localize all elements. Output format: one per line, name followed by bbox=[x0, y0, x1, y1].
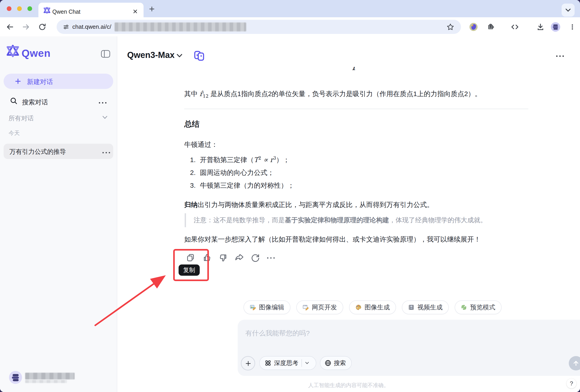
model-compare-icon[interactable] bbox=[193, 50, 205, 62]
chip-label: 预览模式 bbox=[470, 303, 495, 312]
arrow-up-icon bbox=[572, 360, 580, 367]
message-more-icon[interactable] bbox=[265, 251, 277, 264]
globe-icon bbox=[324, 359, 332, 367]
url-text: chat.qwen.ai/c/ bbox=[72, 23, 111, 30]
deep-thinking-toggle[interactable]: 深度思考 bbox=[259, 356, 316, 370]
tab-strip: Qwen Chat bbox=[0, 0, 580, 17]
note-blockquote: 注意：这不是纯数学推导，而是基于实验定律和物理原理的理论构建，体现了经典物理学的… bbox=[185, 213, 487, 227]
browser-menu-icon[interactable] bbox=[567, 17, 578, 36]
forward-button[interactable] bbox=[21, 17, 31, 36]
today-section-label: 今天 bbox=[8, 129, 20, 137]
summary-heading: 总结 bbox=[184, 119, 199, 129]
chevron-down-icon bbox=[565, 8, 571, 12]
downloads-icon[interactable] bbox=[535, 17, 546, 36]
url-redaction bbox=[115, 22, 246, 31]
regenerate-button[interactable] bbox=[249, 251, 262, 264]
browser-toolbar: chat.qwen.ai/c/ bbox=[0, 17, 580, 36]
chip-label: 视频生成 bbox=[417, 303, 442, 312]
all-chats-label[interactable]: 所有对话 bbox=[8, 114, 34, 123]
user-avatar bbox=[9, 371, 22, 384]
new-tab-icon[interactable] bbox=[148, 5, 155, 12]
paragraph-unit-vector: 其中 r̂12 是从质点1指向质点2的单位矢量，负号表示力是吸引力（作用在质点1… bbox=[184, 89, 528, 101]
composer[interactable]: 有什么我能帮您的吗? 深度思考 bbox=[238, 320, 580, 376]
search-icon bbox=[10, 97, 17, 105]
qwen-favicon-icon bbox=[43, 7, 51, 14]
site-settings-icon[interactable] bbox=[62, 23, 70, 30]
chip-label: 图像生成 bbox=[365, 303, 390, 312]
formula-fragment: r2 bbox=[184, 67, 528, 75]
suggestion-chips: 图像编辑 网页开发 bbox=[244, 300, 502, 314]
chip-image-edit[interactable]: 图像编辑 bbox=[244, 300, 290, 314]
conversation-more-icon[interactable] bbox=[102, 150, 111, 154]
image-edit-icon bbox=[250, 304, 256, 310]
qwen-logo-icon bbox=[6, 44, 19, 57]
chat-more-icon[interactable] bbox=[555, 54, 565, 58]
conversation-title: 万有引力公式的推导 bbox=[9, 148, 66, 156]
qwen-app: Qwen 新建对话 搜索对话 所有对话 bbox=[0, 36, 580, 392]
chip-web-dev[interactable]: 网页开发 bbox=[296, 300, 343, 314]
chip-label: 网页开发 bbox=[312, 303, 337, 312]
ai-disclaimer: 人工智能生成的内容可能不准确。 bbox=[117, 382, 580, 389]
tab-close-icon[interactable] bbox=[132, 8, 138, 14]
deep-thinking-label: 深度思考 bbox=[274, 359, 298, 367]
share-button[interactable] bbox=[233, 251, 245, 264]
thumbs-down-button[interactable] bbox=[217, 251, 230, 264]
search-more-icon[interactable] bbox=[98, 100, 107, 105]
model-selector[interactable]: Qwen3-Max bbox=[127, 50, 174, 60]
sidebar: Qwen 新建对话 搜索对话 所有对话 bbox=[0, 36, 117, 392]
traffic-light-zoom[interactable] bbox=[27, 6, 32, 11]
extensions-puzzle-icon[interactable] bbox=[485, 17, 496, 36]
section-divider bbox=[184, 109, 528, 109]
chip-label: 图像编辑 bbox=[259, 303, 284, 312]
list-item-3: 3.牛顿第三定律（力的对称性）； bbox=[190, 181, 294, 190]
devtools-code-icon[interactable] bbox=[509, 17, 520, 36]
send-button[interactable] bbox=[569, 356, 580, 371]
new-chat-button[interactable]: 新建对话 bbox=[3, 74, 113, 89]
collapse-sidebar-icon[interactable] bbox=[101, 49, 111, 58]
chevron-down-icon[interactable] bbox=[305, 361, 309, 365]
list-item-1: 1.开普勒第三定律（T2 ∝ r3）； bbox=[190, 155, 290, 165]
help-button[interactable]: ? bbox=[567, 379, 577, 389]
brand-wordmark: Qwen bbox=[21, 47, 51, 59]
plus-icon bbox=[14, 78, 21, 85]
copy-tooltip: 复制 bbox=[179, 265, 200, 276]
tab-title: Qwen Chat bbox=[52, 8, 80, 15]
web-dev-icon bbox=[302, 304, 309, 310]
search-chats-row[interactable]: 搜索对话 bbox=[0, 95, 117, 109]
web-search-label: 搜索 bbox=[334, 359, 346, 367]
puzzle-piece-icon bbox=[461, 304, 467, 310]
profile-avatar[interactable] bbox=[551, 22, 560, 32]
chip-preview-mode[interactable]: 预览模式 bbox=[455, 300, 502, 314]
summary-intro: 牛顿通过： bbox=[184, 139, 218, 150]
film-strip-icon bbox=[408, 304, 415, 310]
back-button[interactable] bbox=[4, 17, 15, 36]
url-bar[interactable]: chat.qwen.ai/c/ bbox=[57, 20, 461, 34]
chip-video-gen[interactable]: 视频生成 bbox=[402, 300, 449, 314]
composer-placeholder: 有什么我能帮您的吗? bbox=[245, 329, 310, 338]
reload-button[interactable] bbox=[37, 17, 48, 36]
browser-tab[interactable]: Qwen Chat bbox=[38, 3, 144, 17]
attach-button[interactable] bbox=[241, 356, 255, 371]
bookmark-star-icon[interactable] bbox=[446, 23, 454, 31]
plus-icon bbox=[245, 360, 252, 367]
user-account-row[interactable] bbox=[0, 371, 117, 385]
search-chats-label: 搜索对话 bbox=[22, 98, 48, 107]
tab-search-button[interactable] bbox=[562, 3, 575, 17]
username-redaction-sub bbox=[25, 380, 67, 383]
chevron-down-icon[interactable] bbox=[176, 53, 183, 58]
conclusion-paragraph: 归纳出引力与两物体质量乘积成正比，与距离平方成反比，从而得到万有引力公式。 bbox=[184, 199, 434, 210]
closing-paragraph: 如果你对某一步想深入了解（比如开普勒定律如何得出、或卡文迪许实验原理），我可以继… bbox=[184, 234, 481, 245]
chevron-down-icon[interactable] bbox=[102, 115, 108, 120]
username-redaction bbox=[25, 373, 75, 380]
traffic-light-minimize[interactable] bbox=[17, 6, 22, 11]
palette-icon bbox=[355, 304, 362, 310]
extension-avatar-icon[interactable] bbox=[469, 23, 478, 31]
chat-main: Qwen3-Max r2 其中 r̂12 是从质点1指向质点2的单位矢量，负号表… bbox=[117, 36, 580, 392]
new-chat-label: 新建对话 bbox=[27, 78, 53, 87]
pill-divider bbox=[301, 359, 302, 367]
atom-icon bbox=[264, 359, 272, 367]
chip-image-gen[interactable]: 图像生成 bbox=[349, 300, 396, 314]
sidebar-item-conversation[interactable]: 万有引力公式的推导 bbox=[3, 144, 113, 159]
web-search-toggle[interactable]: 搜索 bbox=[320, 356, 352, 370]
traffic-light-close[interactable] bbox=[7, 6, 11, 11]
